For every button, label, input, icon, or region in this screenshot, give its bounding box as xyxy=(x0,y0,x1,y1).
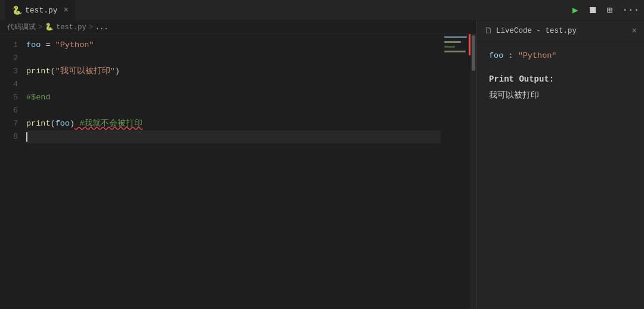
minimap-line-7 xyxy=(444,51,466,52)
code-line-8 xyxy=(26,130,441,143)
editor-tab[interactable]: 🐍 test.py × xyxy=(5,0,76,21)
str-chinese-1: "我可以被打印" xyxy=(55,65,115,78)
comment-chinese: #我就不会被打印 xyxy=(75,117,143,130)
code-content[interactable]: foo = "Python" print ( "我可以被打印" ) #$en xyxy=(24,34,441,309)
file-icon: 🗋 xyxy=(484,26,493,36)
line-num-3: 3 xyxy=(0,65,18,78)
livecode-tab-label: LiveCode - test.py xyxy=(496,27,577,35)
toolbar-actions: ▶ ⏹ ⊞ ··· xyxy=(572,4,639,16)
print-output-section: Print Output: 我可以被打印 xyxy=(489,74,632,101)
minimap-line-1 xyxy=(444,36,467,38)
tab-close-button[interactable]: × xyxy=(64,5,69,15)
paren-close-2: ) xyxy=(70,117,75,130)
title-bar: 🐍 test.py × ▶ ⏹ ⊞ ··· xyxy=(0,0,644,21)
livecode-tab[interactable]: 🗋 LiveCode - test.py × xyxy=(477,21,644,42)
livecode-body: foo : "Python" Print Output: 我可以被打印 xyxy=(477,42,644,309)
line-num-4: 4 xyxy=(0,78,18,91)
minimap-line-5 xyxy=(444,46,455,48)
op-assign: = xyxy=(41,39,55,52)
print-output-label: Print Output: xyxy=(489,74,632,84)
code-area[interactable]: 1 2 3 4 5 6 7 8 foo = "Python" xyxy=(0,34,476,309)
func-print-1: print xyxy=(26,65,51,78)
scrollbar-thumb[interactable] xyxy=(472,35,475,71)
python-icon-bc: 🐍 xyxy=(45,23,54,32)
var-foo-2: foo xyxy=(55,117,70,130)
var-foo: foo xyxy=(26,39,41,52)
python-icon: 🐍 xyxy=(12,5,21,15)
more-button[interactable]: ··· xyxy=(622,5,639,15)
minimap-content xyxy=(444,36,468,53)
code-line-4 xyxy=(26,78,441,91)
livecode-close-button[interactable]: × xyxy=(632,26,637,36)
line-num-2: 2 xyxy=(0,52,18,65)
scrollbar-track[interactable] xyxy=(470,34,476,309)
print-output-text: 我可以被打印 xyxy=(489,90,632,101)
lc-var-name: foo xyxy=(489,51,503,60)
code-line-1: foo = "Python" xyxy=(26,39,441,52)
line-num-5: 5 xyxy=(0,91,18,104)
code-line-3: print ( "我可以被打印" ) xyxy=(26,65,441,78)
func-print-2: print xyxy=(26,117,51,130)
line-num-7: 7 xyxy=(0,117,18,130)
breadcrumb-part1: 代码调试 xyxy=(7,22,36,32)
comment-end: #$end xyxy=(26,91,51,104)
minimap-red-bar xyxy=(469,34,470,55)
line-numbers: 1 2 3 4 5 6 7 8 xyxy=(0,34,24,309)
lc-colon: : xyxy=(508,51,513,60)
breadcrumb-sep1: > xyxy=(38,23,42,32)
line-num-6: 6 xyxy=(0,104,18,117)
code-line-7: print ( foo ) #我就不会被打印 xyxy=(26,117,441,130)
code-line-5: #$end xyxy=(26,91,441,104)
code-line-6 xyxy=(26,104,441,117)
split-button[interactable]: ⊞ xyxy=(607,4,613,16)
str-python: "Python" xyxy=(55,39,94,52)
run-button[interactable]: ▶ xyxy=(572,4,578,16)
livecode-variable: foo : "Python" xyxy=(489,51,632,60)
minimap xyxy=(441,34,470,309)
editor-pane: 代码调试 > 🐍 test.py > ... 1 2 3 4 5 6 7 8 xyxy=(0,21,476,309)
lc-var-value: "Python" xyxy=(518,51,557,60)
paren-open-1: ( xyxy=(51,65,55,78)
breadcrumb-part2: test.py xyxy=(56,23,86,32)
livecode-panel: 🗋 LiveCode - test.py × foo : "Python" Pr… xyxy=(477,21,644,309)
line-num-1: 1 xyxy=(0,39,18,52)
text-cursor xyxy=(26,132,27,142)
breadcrumb: 代码调试 > 🐍 test.py > ... xyxy=(0,21,476,34)
breadcrumb-sep2: > xyxy=(89,23,93,32)
stop-button[interactable]: ⏹ xyxy=(588,5,597,16)
paren-open-2: ( xyxy=(51,117,55,130)
tab-label: test.py xyxy=(25,6,58,15)
minimap-line-3 xyxy=(444,41,461,43)
line-num-8: 8 xyxy=(0,130,18,143)
paren-close-1: ) xyxy=(115,65,120,78)
breadcrumb-part3: ... xyxy=(95,23,109,32)
main-layout: 代码调试 > 🐍 test.py > ... 1 2 3 4 5 6 7 8 xyxy=(0,21,644,309)
code-line-2 xyxy=(26,52,441,65)
